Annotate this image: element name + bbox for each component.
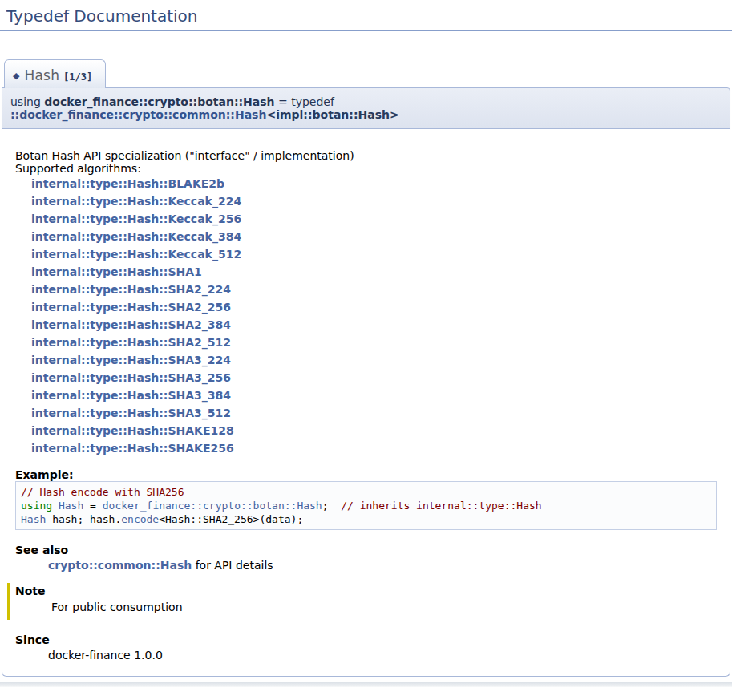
supported-algorithms-label: Supported algorithms: <box>15 162 717 175</box>
code-line: using Hash = docker_finance::crypto::bot… <box>21 499 711 512</box>
member-description: Botan Hash API specialization ("interfac… <box>15 149 717 162</box>
code-token-plain: hash; hash. <box>46 513 121 525</box>
since-section: Since docker-finance 1.0.0 <box>15 633 717 662</box>
member-prototype: using docker_finance::crypto::botan::Has… <box>2 87 730 129</box>
algorithm-link[interactable]: internal::type::Hash::BLAKE2b <box>31 175 717 192</box>
see-also-label: See also <box>15 544 717 556</box>
decl-equals: = typedef <box>275 95 338 108</box>
code-line: Hash hash; hash.encode<Hash::SHA2_256>(d… <box>21 512 711 526</box>
code-token-plain: ; <box>322 500 341 512</box>
algorithm-link[interactable]: internal::type::Hash::SHA3_384 <box>31 386 717 404</box>
see-also-suffix: for API details <box>192 559 273 572</box>
code-token-keyword: using <box>21 500 52 512</box>
decl-template-args: <impl::botan::Hash> <box>266 108 398 121</box>
algorithm-link[interactable]: internal::type::Hash::Keccak_256 <box>31 210 717 228</box>
algorithm-link[interactable]: internal::type::Hash::SHA2_224 <box>31 281 717 298</box>
algorithm-link[interactable]: internal::type::Hash::SHA2_512 <box>31 334 717 351</box>
algorithm-link[interactable]: internal::type::Hash::SHA3_224 <box>31 351 717 369</box>
code-token-plain: <Hash::SHA2_256>(data); <box>159 513 303 525</box>
code-link[interactable]: Hash <box>59 500 83 512</box>
see-also-content: crypto::common::Hash for API details <box>48 559 717 572</box>
member-item: ◆Hash[1/3] using docker_finance::crypto:… <box>2 59 730 677</box>
since-text: docker-finance 1.0.0 <box>48 649 717 662</box>
code-token-comment: // Hash encode with SHA256 <box>21 486 184 498</box>
member-name: Hash <box>24 67 59 83</box>
algorithm-link[interactable]: internal::type::Hash::Keccak_224 <box>31 192 717 210</box>
note-section: Note For public consumption <box>7 583 717 620</box>
code-token-plain: = <box>83 500 102 512</box>
algorithm-link[interactable]: internal::type::Hash::SHA2_384 <box>31 316 717 334</box>
example-label: Example: <box>15 468 717 481</box>
page-title: Typedef Documentation <box>0 0 732 31</box>
decl-qualified-name: docker_finance::crypto::botan::Hash <box>44 95 274 108</box>
code-line: // Hash encode with SHA256 <box>21 485 711 499</box>
code-link[interactable]: encode <box>121 513 159 525</box>
member-doc-body: Botan Hash API specialization ("interfac… <box>2 129 730 677</box>
decl-prefix: using <box>10 95 44 108</box>
member-title-tab: ◆Hash[1/3] <box>4 59 106 88</box>
anchor-diamond-icon[interactable]: ◆ <box>13 71 19 81</box>
note-text: For public consumption <box>51 601 717 613</box>
algorithm-link[interactable]: internal::type::Hash::Keccak_512 <box>31 245 717 263</box>
see-also-link[interactable]: crypto::common::Hash <box>48 559 192 572</box>
code-fragment: // Hash encode with SHA256using Hash = d… <box>15 481 717 530</box>
algorithm-link[interactable]: internal::type::Hash::SHA2_256 <box>31 298 717 316</box>
algorithm-list: internal::type::Hash::BLAKE2binternal::t… <box>31 175 717 457</box>
algorithm-link[interactable]: internal::type::Hash::SHAKE128 <box>31 422 717 439</box>
code-token-comment: // inherits internal::type::Hash <box>341 500 541 512</box>
algorithm-link[interactable]: internal::type::Hash::Keccak_384 <box>31 228 717 245</box>
code-token-plain <box>52 500 59 512</box>
see-also-section: See also crypto::common::Hash for API de… <box>15 544 717 572</box>
algorithm-link[interactable]: internal::type::Hash::SHA3_256 <box>31 369 717 386</box>
overload-counter: [1/3] <box>63 71 92 83</box>
since-label: Since <box>15 633 717 646</box>
code-link[interactable]: docker_finance::crypto::botan::Hash <box>103 500 322 512</box>
algorithm-link[interactable]: internal::type::Hash::SHA1 <box>31 263 717 281</box>
note-label: Note <box>15 585 717 597</box>
algorithm-link[interactable]: internal::type::Hash::SHAKE256 <box>31 439 717 457</box>
page-bottom-separator <box>0 682 732 687</box>
algorithm-link[interactable]: internal::type::Hash::SHA3_512 <box>31 404 717 422</box>
code-link[interactable]: Hash <box>21 513 46 525</box>
decl-target-link[interactable]: ::docker_finance::crypto::common::Hash <box>10 108 266 121</box>
